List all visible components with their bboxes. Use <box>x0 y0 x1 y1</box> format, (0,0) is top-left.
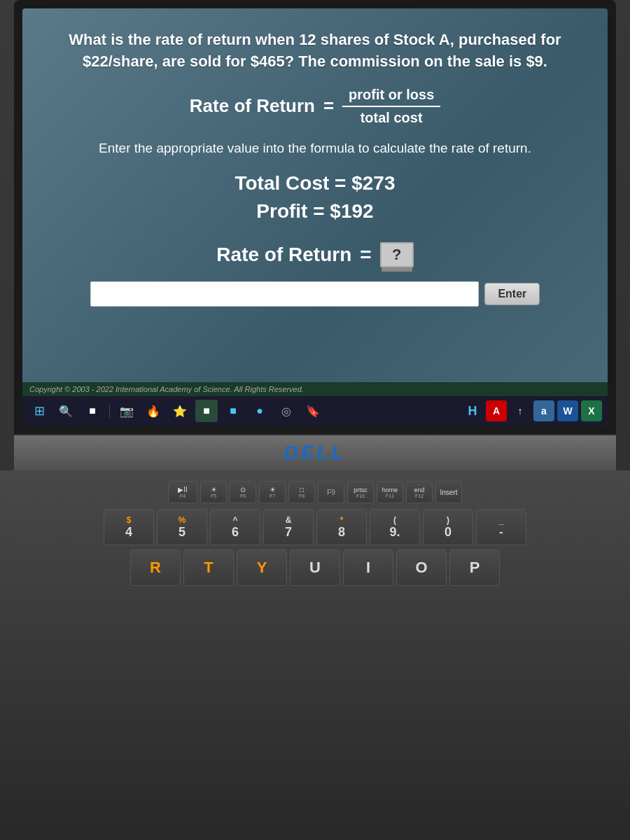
taskbar-right: H A ↑ a W X <box>462 400 602 421</box>
profit-line: Profit = $192 <box>234 200 395 223</box>
key-y[interactable]: Y <box>237 550 287 586</box>
rate-return-line: Rate of Return = ? <box>216 242 413 267</box>
volume-icon[interactable]: ↑ <box>510 400 531 421</box>
key-9[interactable]: ( 9. <box>370 509 420 545</box>
question-mark-box: ? <box>380 242 414 267</box>
taskbar-separator <box>109 404 110 418</box>
firefox-icon[interactable]: 🔥 <box>142 400 164 422</box>
answer-input[interactable] <box>90 281 479 307</box>
key-0[interactable]: ) 0 <box>423 509 473 545</box>
key-5[interactable]: % 5 <box>157 509 207 545</box>
key-minus[interactable]: _ - <box>476 509 526 545</box>
fn-row: ▶II F4 ☀ F5 ⊙ F6 ☀ F7 □ F8 F9 <box>21 481 609 503</box>
app2-icon[interactable]: ■ <box>222 400 244 422</box>
star-icon[interactable]: ⭐ <box>169 400 191 422</box>
letter-row: R T Y U I O P <box>21 550 609 586</box>
question-mark: ? <box>392 246 401 264</box>
key-6[interactable]: ^ 6 <box>210 509 260 545</box>
key-r[interactable]: R <box>130 550 181 586</box>
insert-key[interactable]: Insert <box>435 481 462 503</box>
dell-area: DELL <box>14 435 616 470</box>
fraction-numerator: profit or loss <box>342 87 440 107</box>
anki-icon[interactable]: a <box>533 400 554 421</box>
key-i[interactable]: I <box>343 550 393 586</box>
f6-key[interactable]: ⊙ F6 <box>230 481 256 503</box>
app4-icon[interactable]: 🔖 <box>302 400 324 422</box>
laptop-body: What is the rate of return when 12 share… <box>0 0 630 840</box>
task-view-icon[interactable]: ■ <box>81 400 104 422</box>
key-4[interactable]: $ 4 <box>104 509 154 545</box>
key-o[interactable]: O <box>396 550 447 586</box>
app-h-icon[interactable]: H <box>462 400 483 421</box>
key-u[interactable]: U <box>290 550 340 586</box>
fraction: profit or loss total cost <box>342 87 440 126</box>
f8-key[interactable]: □ F8 <box>288 481 315 503</box>
fraction-denominator: total cost <box>360 107 423 126</box>
key-p[interactable]: P <box>449 550 500 586</box>
screen-bezel: What is the rate of return when 12 share… <box>14 0 616 434</box>
formula-container: Rate of Return = profit or loss total co… <box>190 87 440 126</box>
formula-equals: = <box>323 95 334 117</box>
total-cost-line: Total Cost = $273 <box>234 172 395 195</box>
enter-button[interactable]: Enter <box>484 283 540 305</box>
input-row: Enter <box>90 281 540 307</box>
app3-icon[interactable]: ◎ <box>275 400 298 422</box>
f5-key[interactable]: ☀ F5 <box>200 481 227 503</box>
app-a-icon[interactable]: A <box>486 400 507 421</box>
formula-left-label: Rate of Return <box>190 95 315 117</box>
camera-icon[interactable]: 📷 <box>115 400 138 422</box>
f11-key[interactable]: home F11 <box>377 481 403 503</box>
copyright-text: Copyright © 2003 - 2022 International Ac… <box>29 385 304 393</box>
content-area: What is the rate of return when 12 share… <box>22 8 608 382</box>
taskbar: ⊞ 🔍 ■ 📷 🔥 ⭐ ■ ■ ● ◎ 🔖 H A ↑ a W X <box>22 396 608 426</box>
screen: What is the rate of return when 12 share… <box>22 8 608 426</box>
keyboard-area: ▶II F4 ☀ F5 ⊙ F6 ☀ F7 □ F8 F9 <box>0 470 630 840</box>
f12-key[interactable]: end F12 <box>406 481 433 503</box>
values-section: Total Cost = $273 Profit = $192 <box>234 172 395 228</box>
f9-key[interactable]: F9 <box>318 481 344 503</box>
key-7[interactable]: & 7 <box>263 509 314 545</box>
num-row: $ 4 % 5 ^ 6 & 7 * 8 ( 9. <box>21 509 609 545</box>
word-icon[interactable]: W <box>557 400 578 421</box>
edge-icon[interactable]: ● <box>248 400 271 422</box>
instruction-text: Enter the appropriate value into the for… <box>99 139 531 159</box>
dell-logo: DELL <box>284 442 346 464</box>
rate-return-label: Rate of Return <box>216 244 351 266</box>
question-text: What is the rate of return when 12 share… <box>50 29 580 73</box>
windows-icon[interactable]: ⊞ <box>28 400 50 422</box>
f10-key[interactable]: prtsc F10 <box>347 481 374 503</box>
search-icon[interactable]: 🔍 <box>55 400 77 422</box>
excel-icon[interactable]: X <box>581 400 602 421</box>
key-8[interactable]: * 8 <box>316 509 367 545</box>
app1-icon[interactable]: ■ <box>195 400 218 422</box>
rate-return-equals: = <box>360 244 371 266</box>
copyright-bar: Copyright © 2003 - 2022 International Ac… <box>22 382 608 396</box>
f7-key[interactable]: ☀ F7 <box>259 481 286 503</box>
key-t[interactable]: T <box>183 550 234 586</box>
f4-key[interactable]: ▶II F4 <box>168 481 197 503</box>
